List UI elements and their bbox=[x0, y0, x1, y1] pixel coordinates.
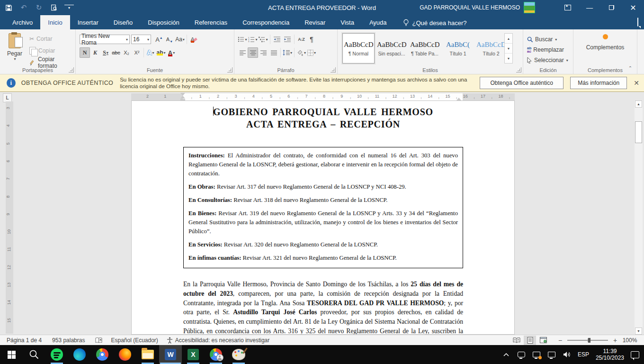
tab-revisar[interactable]: Revisar bbox=[297, 15, 333, 29]
tab-inicio[interactable]: Inicio bbox=[40, 15, 70, 29]
taskbar-chrome-profile[interactable] bbox=[205, 345, 227, 364]
web-layout-button[interactable] bbox=[537, 336, 549, 345]
find-button[interactable]: Buscar▾ bbox=[523, 34, 573, 45]
start-button[interactable] bbox=[0, 345, 23, 364]
page-indicator[interactable]: Página 1 de 4 bbox=[7, 337, 42, 344]
style-item[interactable]: AaBbCcDc¶ Normal bbox=[342, 33, 375, 64]
print-preview-button[interactable] bbox=[49, 3, 59, 12]
feedback-button[interactable] bbox=[637, 18, 638, 27]
zoom-slider[interactable] bbox=[567, 340, 608, 341]
scrollbar-thumb[interactable] bbox=[635, 121, 642, 143]
zoom-level[interactable]: 100% bbox=[618, 337, 641, 344]
superscript-button[interactable]: X² bbox=[132, 47, 142, 58]
highlight-button[interactable]: ab▾ bbox=[156, 47, 166, 58]
more-info-button[interactable]: Más información bbox=[570, 77, 627, 89]
tab-correspondencia[interactable]: Correspondencia bbox=[235, 15, 297, 29]
taskbar-firefox[interactable] bbox=[114, 345, 136, 364]
bold-button[interactable]: N bbox=[80, 47, 90, 58]
qat-customize-button[interactable]: ▾ bbox=[64, 5, 74, 11]
taskbar-paint[interactable] bbox=[227, 345, 250, 364]
save-button[interactable] bbox=[4, 3, 13, 12]
vertical-ruler[interactable]: 3456789101112131415 bbox=[6, 101, 13, 334]
copy-button[interactable]: Copiar bbox=[29, 46, 75, 55]
language-indicator[interactable]: Español (Ecuador) bbox=[111, 337, 158, 344]
body-paragraph[interactable]: En la Parroquia Valle Hermoso, Provincia… bbox=[183, 280, 463, 335]
doc-heading-2[interactable]: ACTA ENTREGA – RECEPCIÓN bbox=[183, 118, 463, 130]
tab-insertar[interactable]: Insertar bbox=[70, 15, 106, 29]
styles-scroll-down-button[interactable]: ▼ bbox=[505, 44, 512, 54]
font-size-select[interactable]: 16▾ bbox=[131, 35, 151, 44]
network-icon[interactable] bbox=[547, 350, 556, 359]
paragraph-dialog-launcher[interactable] bbox=[331, 67, 336, 73]
taskbar-spotify[interactable] bbox=[45, 345, 68, 364]
horizontal-ruler[interactable]: 12123456789101112131415161718ııııııııııı… bbox=[131, 93, 515, 101]
cut-button[interactable]: ✂Cortar bbox=[29, 34, 75, 44]
undo-button[interactable]: ↶ bbox=[19, 3, 28, 12]
tab-referencias[interactable]: Referencias bbox=[187, 15, 235, 29]
action-center-button[interactable] bbox=[631, 350, 639, 359]
zoom-in-button[interactable]: + bbox=[612, 337, 618, 344]
increase-indent-button[interactable] bbox=[282, 34, 293, 45]
doc-heading-1[interactable]: GOBIERNO PARROQUIAL VALLE HERMOSO bbox=[183, 106, 463, 118]
italic-button[interactable]: K bbox=[90, 47, 100, 58]
font-color-button[interactable]: A▾ bbox=[166, 47, 177, 58]
change-case-button[interactable]: Aa▾ bbox=[175, 34, 185, 45]
shrink-font-button[interactable]: A▼ bbox=[164, 34, 175, 45]
shading-button[interactable]: ▾ bbox=[296, 47, 306, 58]
replace-button[interactable]: abac Reemplazar bbox=[523, 45, 573, 55]
proofing-status[interactable] bbox=[95, 337, 102, 344]
align-left-button[interactable] bbox=[237, 47, 248, 58]
sort-button[interactable]: A↓Z bbox=[296, 34, 306, 45]
word-count[interactable]: 953 palabras bbox=[52, 337, 85, 344]
tray-chevron-up[interactable] bbox=[502, 350, 510, 359]
document-page[interactable]: GOBIERNO PARROQUIAL VALLE HERMOSO ACTA E… bbox=[131, 100, 515, 335]
collapse-ribbon-button[interactable]: ⌃ bbox=[626, 64, 634, 71]
tab-diseno[interactable]: Diseño bbox=[106, 15, 140, 29]
style-item[interactable]: AaBbCcDcSin espaci... bbox=[376, 33, 408, 64]
account-info[interactable]: GAD PARROQUIAL VALLE HERMOSO bbox=[420, 0, 535, 15]
taskbar-word[interactable]: W bbox=[159, 345, 182, 364]
taskbar-edge[interactable] bbox=[68, 345, 91, 364]
vertical-scrollbar[interactable]: ▲ ▼ bbox=[635, 100, 643, 335]
accessibility-status[interactable]: Accesibilidad: es necesario investigar bbox=[167, 337, 269, 344]
minimize-button[interactable]: — bbox=[579, 0, 600, 15]
styles-gallery-expand-button[interactable]: ▼ bbox=[505, 54, 512, 63]
bullets-button[interactable]: ▾ bbox=[237, 34, 248, 45]
tray-language-indicator[interactable]: ESP bbox=[578, 351, 589, 358]
tab-ayuda[interactable]: Ayuda bbox=[362, 15, 394, 29]
borders-button[interactable]: ▾ bbox=[306, 47, 317, 58]
read-mode-button[interactable] bbox=[510, 336, 523, 345]
align-right-button[interactable] bbox=[258, 47, 268, 58]
strikethrough-button[interactable]: abc bbox=[111, 47, 121, 58]
underline-button[interactable]: S▾ bbox=[100, 47, 111, 58]
paste-button[interactable]: Pegar ▾ bbox=[4, 33, 26, 64]
font-dialog-launcher[interactable] bbox=[227, 67, 233, 73]
instructions-box[interactable]: Instrucciones: El Administrador del cont… bbox=[183, 147, 463, 268]
tab-vista[interactable]: Vista bbox=[333, 15, 362, 29]
tab-archivo[interactable]: Archivo bbox=[5, 15, 40, 29]
print-layout-button[interactable] bbox=[524, 336, 536, 345]
account-avatar[interactable] bbox=[524, 2, 535, 13]
redo-button[interactable]: ↻ bbox=[34, 3, 44, 12]
taskbar-excel[interactable]: X bbox=[182, 345, 205, 364]
align-center-button[interactable] bbox=[248, 47, 258, 58]
scroll-down-button[interactable]: ▼ bbox=[635, 328, 642, 335]
restore-button[interactable] bbox=[600, 0, 622, 15]
taskbar-search-button[interactable] bbox=[23, 345, 45, 364]
numbering-button[interactable]: 123▾ bbox=[248, 34, 258, 45]
line-spacing-button[interactable]: ▾ bbox=[282, 47, 293, 58]
zoom-slider-thumb[interactable] bbox=[588, 338, 590, 343]
multilevel-list-button[interactable]: ▾ bbox=[258, 34, 268, 45]
justify-button[interactable] bbox=[268, 47, 279, 58]
select-button[interactable]: Seleccionar▾ bbox=[523, 55, 573, 65]
clipboard-dialog-launcher[interactable] bbox=[69, 67, 74, 73]
style-item[interactable]: AaBbCcDTítulo 2 bbox=[475, 33, 507, 64]
close-button[interactable]: ✕ bbox=[622, 0, 644, 15]
hanging-indent-marker[interactable] bbox=[180, 96, 185, 99]
ribbon-display-options-button[interactable] bbox=[557, 0, 579, 15]
taskbar-chrome[interactable] bbox=[91, 345, 114, 364]
tray-update-icon[interactable] bbox=[532, 350, 541, 359]
style-item[interactable]: AaBbC(Título 1 bbox=[442, 33, 474, 64]
volume-icon[interactable] bbox=[563, 350, 571, 359]
get-genuine-office-button[interactable]: Obtenga Office auténtico bbox=[480, 77, 564, 89]
